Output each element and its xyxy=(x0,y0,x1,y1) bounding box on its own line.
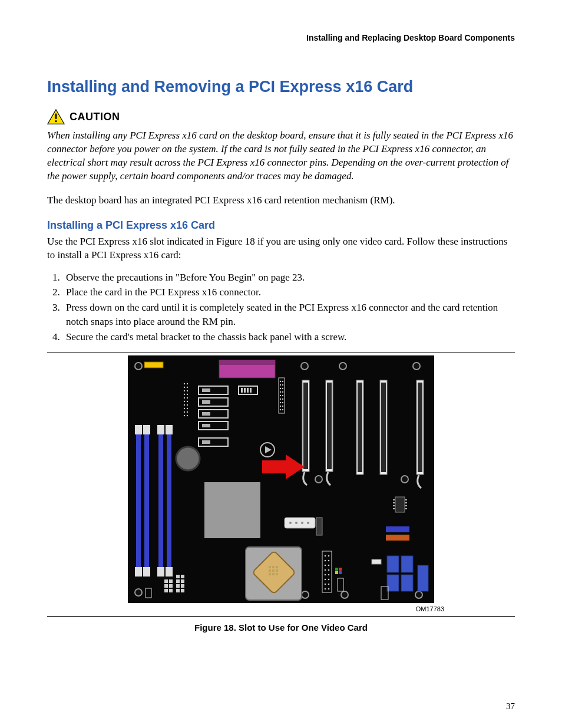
svg-rect-100 xyxy=(135,567,142,577)
svg-point-152 xyxy=(328,564,330,566)
caution-label: CAUTION xyxy=(70,111,120,123)
svg-rect-91 xyxy=(316,518,322,535)
svg-rect-85 xyxy=(276,573,278,575)
svg-rect-84 xyxy=(272,573,275,575)
svg-point-9 xyxy=(302,591,309,598)
svg-point-51 xyxy=(184,383,185,384)
svg-point-57 xyxy=(184,393,185,394)
svg-rect-138 xyxy=(386,526,409,532)
svg-point-56 xyxy=(187,390,188,391)
svg-point-38 xyxy=(282,387,283,388)
svg-rect-101 xyxy=(143,567,150,577)
svg-rect-86 xyxy=(285,518,315,528)
svg-point-149 xyxy=(325,559,326,561)
svg-rect-126 xyxy=(381,383,386,472)
running-head: Installing and Replacing Desktop Board C… xyxy=(47,33,515,42)
svg-point-62 xyxy=(187,400,188,401)
svg-rect-98 xyxy=(158,434,163,567)
svg-point-55 xyxy=(184,390,185,391)
svg-rect-144 xyxy=(418,565,428,591)
svg-point-5 xyxy=(301,363,308,370)
svg-rect-99 xyxy=(167,434,171,567)
svg-point-65 xyxy=(184,407,185,409)
svg-rect-81 xyxy=(272,569,275,572)
svg-rect-111 xyxy=(176,575,180,578)
svg-point-4 xyxy=(135,363,142,370)
svg-rect-93 xyxy=(143,425,150,434)
svg-rect-26 xyxy=(202,440,210,444)
svg-point-156 xyxy=(328,574,330,575)
motherboard-diagram xyxy=(128,355,434,603)
svg-rect-129 xyxy=(395,497,405,512)
caution-heading: CAUTION xyxy=(47,109,515,124)
svg-point-58 xyxy=(187,393,188,394)
svg-rect-105 xyxy=(164,579,168,583)
svg-rect-163 xyxy=(335,568,338,571)
svg-point-6 xyxy=(339,363,346,370)
svg-point-150 xyxy=(328,559,330,561)
svg-rect-77 xyxy=(269,566,271,568)
svg-rect-113 xyxy=(176,579,180,583)
svg-rect-141 xyxy=(401,556,413,572)
svg-point-8 xyxy=(135,589,142,596)
svg-rect-142 xyxy=(387,575,399,591)
figure-caption: Figure 18. Slot to Use for One Video Car… xyxy=(47,622,515,633)
svg-point-157 xyxy=(325,578,326,580)
svg-rect-118 xyxy=(181,589,184,592)
svg-point-63 xyxy=(184,404,185,405)
svg-point-47 xyxy=(280,405,281,406)
step-item: Press down on the card until it is compl… xyxy=(62,301,515,329)
svg-point-39 xyxy=(280,391,281,392)
svg-point-71 xyxy=(176,447,200,470)
svg-point-41 xyxy=(280,394,281,396)
svg-point-69 xyxy=(184,414,185,416)
svg-point-59 xyxy=(184,397,185,398)
svg-rect-80 xyxy=(269,569,271,572)
svg-rect-114 xyxy=(181,579,184,583)
svg-point-52 xyxy=(187,383,188,384)
svg-rect-97 xyxy=(144,434,149,567)
svg-rect-16 xyxy=(219,360,275,365)
page-number: 37 xyxy=(506,701,515,711)
svg-point-42 xyxy=(282,394,283,396)
svg-rect-94 xyxy=(157,425,164,434)
svg-rect-112 xyxy=(181,575,184,578)
svg-rect-137 xyxy=(405,508,407,509)
subsection-intro: Use the PCI Express x16 slot indicated i… xyxy=(47,235,515,262)
svg-point-12 xyxy=(315,476,322,483)
svg-rect-110 xyxy=(169,589,173,592)
svg-rect-96 xyxy=(136,434,141,567)
svg-rect-117 xyxy=(176,589,180,592)
svg-rect-24 xyxy=(202,412,210,416)
svg-rect-135 xyxy=(405,502,407,503)
svg-point-155 xyxy=(325,574,326,575)
svg-point-153 xyxy=(325,569,326,571)
svg-point-7 xyxy=(413,363,420,370)
svg-point-50 xyxy=(282,409,283,410)
svg-rect-166 xyxy=(339,571,342,574)
svg-point-34 xyxy=(282,380,283,381)
figure-om-code: OM17783 xyxy=(47,605,444,612)
svg-point-35 xyxy=(280,384,281,385)
svg-point-2 xyxy=(55,120,57,122)
svg-rect-120 xyxy=(303,383,308,469)
svg-point-43 xyxy=(280,398,281,399)
step-item: Observe the precautions in "Before You B… xyxy=(62,271,515,285)
svg-point-36 xyxy=(282,384,283,385)
svg-rect-139 xyxy=(386,535,409,541)
svg-rect-103 xyxy=(166,567,173,577)
intro-body: The desktop board has an integrated PCI … xyxy=(47,194,515,207)
svg-rect-102 xyxy=(157,567,164,577)
svg-rect-95 xyxy=(166,425,173,434)
svg-rect-132 xyxy=(393,505,395,506)
svg-rect-108 xyxy=(169,584,173,588)
svg-rect-78 xyxy=(272,566,275,568)
svg-point-10 xyxy=(341,591,348,598)
section-title: Installing and Removing a PCI Express x1… xyxy=(47,78,515,96)
svg-rect-14 xyxy=(144,362,163,368)
svg-point-162 xyxy=(328,588,330,589)
svg-point-37 xyxy=(280,387,281,388)
svg-point-13 xyxy=(401,476,408,483)
svg-point-161 xyxy=(325,588,326,589)
svg-rect-140 xyxy=(387,556,399,572)
